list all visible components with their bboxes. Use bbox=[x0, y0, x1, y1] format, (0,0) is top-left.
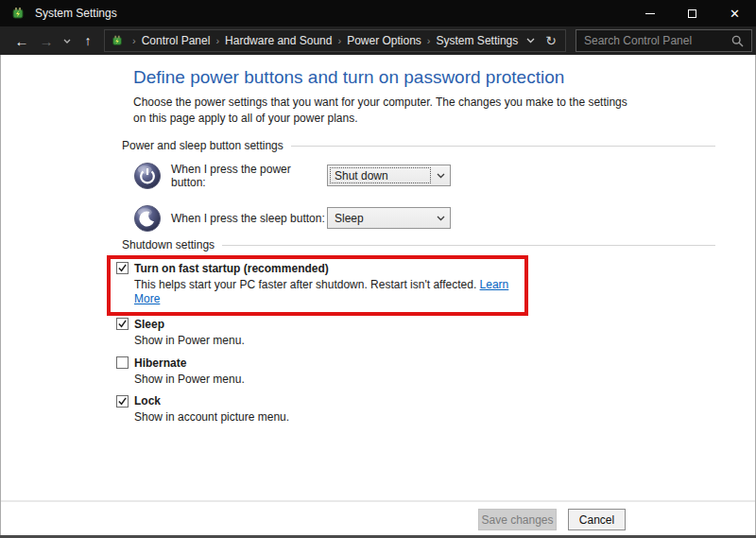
breadcrumb-system-settings[interactable]: System Settings bbox=[435, 34, 521, 47]
system-settings-window: System Settings ✕ ← → ↑ › Control Panel … bbox=[0, 0, 756, 538]
breadcrumb-control-panel[interactable]: Control Panel bbox=[140, 34, 213, 47]
sleep-checkbox[interactable] bbox=[116, 318, 129, 330]
control-panel-icon bbox=[111, 34, 124, 47]
power-button-icon bbox=[133, 162, 162, 190]
search-icon[interactable] bbox=[731, 35, 744, 47]
sleep-description: Show in Power menu. bbox=[134, 334, 755, 349]
power-sleep-group-title: Power and sleep button settings bbox=[122, 139, 291, 152]
minimize-button[interactable] bbox=[628, 0, 671, 26]
close-icon: ✕ bbox=[730, 8, 740, 20]
breadcrumb-hardware-and-sound[interactable]: Hardware and Sound bbox=[223, 34, 334, 47]
highlight-annotation: Turn on fast startup (recommended) This … bbox=[107, 255, 528, 316]
title-bar: System Settings ✕ bbox=[0, 0, 756, 26]
fast-startup-checkbox[interactable] bbox=[116, 262, 129, 274]
recent-pages-chevron[interactable] bbox=[59, 39, 76, 43]
power-button-label: When I press the power button: bbox=[171, 163, 327, 189]
group-divider bbox=[222, 245, 715, 246]
lock-option: Lock Show in account picture menu. bbox=[116, 394, 755, 425]
shutdown-group-title: Shutdown settings bbox=[122, 238, 222, 252]
check-icon bbox=[117, 263, 128, 273]
refresh-button[interactable]: ↻ bbox=[541, 33, 562, 48]
fast-startup-description: This helps start your PC faster after sh… bbox=[134, 278, 519, 307]
breadcrumb-chevron-icon: › bbox=[212, 35, 223, 46]
power-button-action-select[interactable]: Shut down bbox=[327, 165, 451, 186]
lock-label[interactable]: Lock bbox=[134, 394, 161, 408]
sleep-option: Sleep Show in Power menu. bbox=[116, 318, 755, 349]
hibernate-description: Show in Power menu. bbox=[134, 373, 755, 388]
focus-rectangle bbox=[330, 167, 431, 183]
window-title: System Settings bbox=[35, 7, 117, 20]
hibernate-option: Hibernate Show in Power menu. bbox=[116, 356, 755, 388]
breadcrumb-chevron-icon: › bbox=[129, 35, 140, 46]
forward-button[interactable]: → bbox=[34, 34, 59, 48]
save-changes-button[interactable]: Save changes bbox=[478, 509, 557, 530]
breadcrumb-power-options[interactable]: Power Options bbox=[345, 34, 423, 47]
page-title: Define power buttons and turn on passwor… bbox=[133, 67, 713, 88]
app-icon bbox=[10, 6, 26, 21]
sleep-button-icon bbox=[133, 204, 162, 233]
sleep-label[interactable]: Sleep bbox=[134, 318, 164, 331]
chevron-down-icon bbox=[437, 173, 445, 179]
search-input[interactable] bbox=[584, 34, 731, 47]
minimize-icon bbox=[645, 13, 655, 14]
sleep-button-action-select[interactable]: Sleep bbox=[327, 207, 451, 229]
lock-checkbox[interactable] bbox=[116, 395, 129, 408]
sleep-button-label: When I press the sleep button: bbox=[171, 212, 327, 225]
group-divider bbox=[291, 146, 715, 147]
lock-description: Show in account picture menu. bbox=[134, 410, 755, 425]
check-icon bbox=[117, 319, 128, 329]
navigation-bar: ← → ↑ › Control Panel › Hardware and Sou… bbox=[0, 26, 756, 55]
main-content: Define power buttons and turn on passwor… bbox=[0, 55, 756, 535]
sleep-button-action-value: Sleep bbox=[335, 212, 364, 225]
power-sleep-group-header: Power and sleep button settings bbox=[122, 139, 715, 152]
sleep-button-row: When I press the sleep button: Sleep bbox=[133, 204, 755, 233]
bottom-bar: Save changes Cancel bbox=[1, 500, 755, 535]
cancel-button[interactable]: Cancel bbox=[568, 509, 626, 530]
maximize-button[interactable] bbox=[671, 0, 713, 26]
chevron-down-icon bbox=[437, 216, 445, 221]
close-button[interactable]: ✕ bbox=[713, 0, 756, 26]
hibernate-checkbox[interactable] bbox=[116, 356, 129, 369]
address-dropdown-button[interactable] bbox=[520, 38, 541, 43]
fast-startup-label[interactable]: Turn on fast startup (recommended) bbox=[134, 262, 329, 275]
fast-startup-description-text: This helps start your PC faster after sh… bbox=[134, 278, 476, 291]
hibernate-label[interactable]: Hibernate bbox=[134, 356, 186, 370]
breadcrumb-chevron-icon: › bbox=[334, 35, 345, 46]
chevron-down-icon bbox=[526, 38, 535, 43]
maximize-icon bbox=[688, 9, 696, 18]
power-button-row: When I press the power button: Shut down bbox=[133, 162, 755, 190]
up-button[interactable]: ↑ bbox=[76, 34, 100, 47]
back-button[interactable]: ← bbox=[9, 34, 34, 48]
chevron-down-icon bbox=[63, 39, 71, 43]
address-bar[interactable]: › Control Panel › Hardware and Sound › P… bbox=[104, 29, 566, 52]
search-box[interactable] bbox=[576, 29, 752, 52]
check-icon bbox=[117, 396, 128, 407]
page-description: Choose the power settings that you want … bbox=[133, 95, 632, 128]
shutdown-group-header: Shutdown settings bbox=[122, 238, 715, 252]
breadcrumb-chevron-icon: › bbox=[423, 35, 435, 46]
